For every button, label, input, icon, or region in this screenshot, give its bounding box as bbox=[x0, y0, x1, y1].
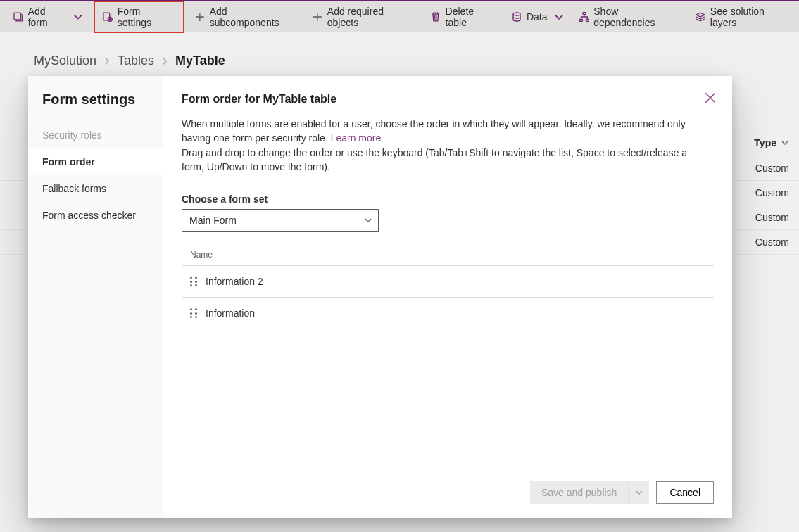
save-and-publish-caret bbox=[628, 481, 649, 504]
form-set-select[interactable]: Main Form bbox=[182, 209, 379, 232]
add-form-icon bbox=[13, 11, 24, 23]
form-set-label: Choose a form set bbox=[182, 194, 714, 205]
learn-more-link[interactable]: Learn more bbox=[331, 132, 382, 144]
add-form-label: Add form bbox=[28, 6, 68, 28]
dialog-description: When multiple forms are enabled for a us… bbox=[182, 117, 703, 174]
drag-handle-icon[interactable] bbox=[190, 277, 197, 286]
svg-rect-0 bbox=[14, 13, 21, 20]
chevron-down-icon bbox=[635, 488, 643, 497]
cancel-button[interactable]: Cancel bbox=[656, 481, 714, 504]
data-label: Data bbox=[527, 11, 548, 23]
table-header-type[interactable]: Type bbox=[754, 137, 789, 148]
form-set-selected-value: Main Form bbox=[189, 215, 237, 226]
form-settings-label: Form settings bbox=[118, 6, 176, 28]
delete-table-button[interactable]: Delete table bbox=[423, 3, 504, 31]
chevron-down-icon bbox=[553, 11, 565, 23]
sidebar-item-security-roles[interactable]: Security roles bbox=[28, 122, 163, 148]
data-icon bbox=[511, 11, 522, 23]
sidebar-item-form-order[interactable]: Form order bbox=[28, 148, 163, 175]
form-settings-button[interactable]: Form settings bbox=[94, 1, 184, 33]
breadcrumb-current: MyTable bbox=[175, 53, 225, 68]
close-icon bbox=[704, 91, 717, 104]
dialog-title: Form order for MyTable table bbox=[182, 93, 714, 106]
add-subcomponents-button[interactable]: Add subcomponents bbox=[187, 3, 305, 31]
chevron-down-icon bbox=[364, 216, 372, 224]
chevron-right-icon bbox=[160, 56, 170, 66]
layers-icon bbox=[695, 11, 706, 23]
dialog-footer: Save and publish Cancel bbox=[182, 471, 714, 504]
chevron-down-icon bbox=[781, 139, 789, 147]
save-and-publish-main: Save and publish bbox=[530, 481, 628, 504]
form-order-item[interactable]: Information bbox=[182, 298, 714, 329]
dialog-sidebar: Form settings Security roles Form order … bbox=[28, 76, 163, 518]
see-solution-layers-button[interactable]: See solution layers bbox=[688, 3, 799, 31]
form-name: Information 2 bbox=[206, 276, 263, 287]
breadcrumb: MySolution Tables MyTable bbox=[0, 32, 799, 68]
svg-rect-3 bbox=[582, 12, 585, 14]
form-name: Information bbox=[206, 308, 255, 319]
svg-rect-4 bbox=[579, 19, 582, 21]
plus-icon bbox=[194, 11, 206, 23]
form-settings-dialog: Form settings Security roles Form order … bbox=[28, 76, 732, 518]
drag-handle-icon[interactable] bbox=[190, 308, 197, 318]
trash-icon bbox=[430, 11, 441, 23]
add-required-objects-button[interactable]: Add required objects bbox=[305, 3, 423, 31]
sidebar-item-fallback-forms[interactable]: Fallback forms bbox=[28, 175, 163, 202]
sidebar-item-form-access-checker[interactable]: Form access checker bbox=[28, 202, 163, 229]
save-and-publish-button: Save and publish bbox=[530, 481, 649, 504]
see-solution-layers-label: See solution layers bbox=[710, 6, 792, 28]
command-bar: Add form Form settings Add subcomponents… bbox=[0, 1, 799, 32]
form-settings-icon bbox=[102, 11, 113, 23]
add-required-objects-label: Add required objects bbox=[327, 6, 416, 28]
data-button[interactable]: Data bbox=[504, 8, 572, 25]
close-button[interactable] bbox=[704, 91, 717, 104]
show-dependencies-button[interactable]: Show dependencies bbox=[572, 3, 688, 31]
dialog-main: Form order for MyTable table When multip… bbox=[163, 76, 732, 518]
delete-table-label: Delete table bbox=[446, 6, 497, 28]
dialog-sidebar-title: Form settings bbox=[28, 91, 163, 122]
breadcrumb-tables[interactable]: Tables bbox=[118, 53, 154, 68]
form-order-item[interactable]: Information 2 bbox=[182, 266, 714, 298]
add-form-button[interactable]: Add form bbox=[6, 3, 91, 31]
breadcrumb-solution[interactable]: MySolution bbox=[34, 53, 96, 68]
add-subcomponents-label: Add subcomponents bbox=[210, 6, 298, 28]
form-list-header-name: Name bbox=[182, 244, 714, 266]
chevron-right-icon bbox=[102, 56, 112, 66]
chevron-down-icon bbox=[73, 11, 84, 23]
dependencies-icon bbox=[579, 11, 590, 23]
svg-rect-5 bbox=[586, 19, 589, 21]
plus-icon bbox=[312, 11, 323, 23]
show-dependencies-label: Show dependencies bbox=[593, 6, 681, 28]
